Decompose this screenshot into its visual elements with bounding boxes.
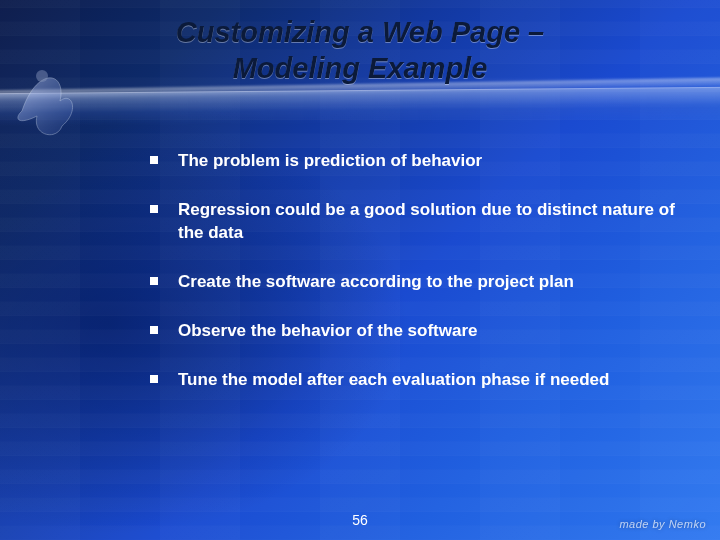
- title-line-1: Customizing a Web Page –: [176, 16, 544, 48]
- list-item: Observe the behavior of the software: [150, 320, 680, 343]
- slide-title: Customizing a Web Page – Modeling Exampl…: [0, 14, 720, 87]
- bullet-text: Create the software according to the pro…: [178, 272, 574, 291]
- bullet-square-icon: [150, 326, 158, 334]
- bullet-square-icon: [150, 277, 158, 285]
- title-line-2: Modeling Example: [233, 52, 488, 84]
- bullet-square-icon: [150, 205, 158, 213]
- bullet-text: Tune the model after each evaluation pha…: [178, 370, 609, 389]
- bullet-square-icon: [150, 156, 158, 164]
- bullet-text: Regression could be a good solution due …: [178, 200, 675, 242]
- list-item: Create the software according to the pro…: [150, 271, 680, 294]
- bullet-square-icon: [150, 375, 158, 383]
- list-item: Tune the model after each evaluation pha…: [150, 369, 680, 392]
- brand-label: made by Nemko: [619, 518, 706, 530]
- bullet-text: The problem is prediction of behavior: [178, 151, 482, 170]
- title-swoosh: [0, 87, 720, 127]
- page-number: 56: [0, 512, 720, 528]
- slide: Customizing a Web Page – Modeling Exampl…: [0, 0, 720, 540]
- list-item: Regression could be a good solution due …: [150, 199, 680, 245]
- list-item: The problem is prediction of behavior: [150, 150, 680, 173]
- bullet-list: The problem is prediction of behavior Re…: [150, 150, 680, 418]
- bullet-text: Observe the behavior of the software: [178, 321, 477, 340]
